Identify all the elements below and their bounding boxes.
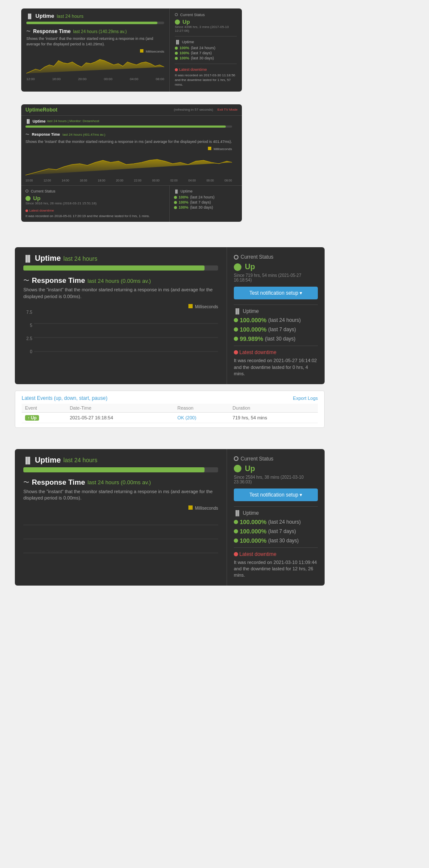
card1-stat-0: 100% (last 24 hours) <box>175 46 237 50</box>
card3-status-text: Up <box>245 262 255 271</box>
card4-chart-svg <box>23 511 218 554</box>
ms-dot-2 <box>208 147 211 150</box>
spacer-1 <box>8 234 421 247</box>
col-reason: Reason <box>174 404 229 413</box>
wave-icon-3: 〜 <box>23 277 29 285</box>
card2-status-panel: Current Status Up Since 3616 hrs, 26 min… <box>21 186 170 222</box>
divider-2 <box>175 64 237 64</box>
events-header-3: Latest Events (up, down, start, pause) E… <box>22 395 318 401</box>
exit-tv-button[interactable]: Exit TV Mode <box>217 108 238 112</box>
card2-uptime-section-label: ▐▌ Uptime <box>174 189 238 193</box>
card3-downtime-desc: It was recorded on 2021-05-27 16:14:02 a… <box>234 357 318 377</box>
card3-events-container: Latest Events (up, down, start, pause) E… <box>15 391 325 428</box>
card4-ms-label: Milliseconds <box>23 505 218 511</box>
card2-chart-labels: 10:00 12:00 14:00 16:00 18:00 20:00 22:0… <box>25 179 232 182</box>
card3-status-row: Up <box>234 262 318 271</box>
ok-link: OK (200) <box>177 415 196 420</box>
card4-response-header: 〜 Response Time last 24 hours (0.00ms av… <box>23 478 218 487</box>
card1-response-desc: Shows the 'instant' that the monitor sta… <box>26 36 164 47</box>
divider-5 <box>234 506 318 507</box>
card4-current-status-label: Current Status <box>234 456 318 462</box>
card1-ms-label: Milliseconds <box>26 49 164 53</box>
card4-uptime-section: ▐▌ Uptime <box>234 510 318 516</box>
card3-group: ▐▌ Uptime last 24 hours 〜 Response Time … <box>8 247 421 427</box>
card1-uptime-section: ▐▌ Uptime <box>175 40 237 44</box>
uptimerobot-logo: UptimeRobot <box>25 107 57 113</box>
card4-uptime-title: Uptime <box>35 456 61 465</box>
ms-dot-1 <box>140 49 143 53</box>
card2-header: UptimeRobot (refreshing in 57 seconds) E… <box>21 104 242 116</box>
card2-since: Since 3616 hrs, 26 mins (2018-03-21 15:5… <box>25 201 165 205</box>
divider-4 <box>234 346 318 346</box>
card1-status-text: Up <box>182 19 190 25</box>
card2-downtime-desc: It was recorded on 2018-05-01 17:20:19 a… <box>25 214 165 218</box>
card4-status-row: Up <box>234 464 318 473</box>
red-dot-2 <box>25 209 28 212</box>
bar-chart-icon-2: ▐▌ <box>25 119 31 123</box>
card3-chart-svg <box>34 310 218 352</box>
duration-cell: 719 hrs, 54 mins <box>229 412 318 423</box>
card4-status-text: Up <box>245 464 255 473</box>
dot-0 <box>175 47 178 50</box>
card1-response-title: Response Time <box>33 28 70 34</box>
divider-3 <box>234 304 318 305</box>
card3-chart-wrapper: 7.5 5 2.5 0 <box>23 310 218 354</box>
card3-current-status-label: Current Status <box>234 254 318 260</box>
card1-uptime-bar <box>26 22 164 24</box>
card3-chart-flex <box>34 310 218 354</box>
bar-icon-4: ▐▌ <box>234 308 241 314</box>
card3-resp-desc: Shows the "instant" that the monitor sta… <box>23 287 218 300</box>
card1-stat-2: 100% (last 30 days) <box>175 56 237 60</box>
dot-2 <box>175 57 178 60</box>
card2-resp-title: Response Time <box>32 132 60 137</box>
card4-resp-subtitle: last 24 hours (0.00ms av.) <box>87 479 151 486</box>
card2-uptime-label: Uptime <box>33 119 46 123</box>
card-1: ▐▌ Uptime last 24 hours 〜 Response Time … <box>21 8 242 92</box>
card1-latest-downtime-label: Latest downtime <box>175 67 237 72</box>
card-2: UptimeRobot (refreshing in 57 seconds) E… <box>21 104 242 222</box>
card2-status-row: Up <box>25 195 165 201</box>
table-row: ↑ Up 2021-05-27 16:18:54 OK (200) 719 hr… <box>22 412 318 423</box>
card4-resp-title: Response Time <box>32 478 85 487</box>
card4-uptime-header: ▐▌ Uptime last 24 hours <box>23 456 218 465</box>
dot-1 <box>175 52 178 55</box>
card1-downtime-desc: It was recorded on 2017-03-30 11:18:56 a… <box>175 73 237 87</box>
up-badge: ↑ Up <box>25 415 39 421</box>
c4-dot-0 <box>234 520 238 524</box>
card3-ms-label: Milliseconds <box>23 304 218 309</box>
circle-icon-2 <box>25 190 28 193</box>
notification-btn-3[interactable]: Test notification setup ▾ <box>234 287 318 299</box>
card3-stat-2: 99.989% (last 30 days) <box>234 335 318 342</box>
event-cell: ↑ Up <box>22 412 66 423</box>
card1-stat-1: 100% (last 7 days) <box>175 51 237 55</box>
card2-monitor-row: ▐▌ Uptime last 24 hours | Monitor: Dream… <box>25 119 232 123</box>
card4-stat-1: 100.000% (last 7 days) <box>234 528 318 535</box>
card3-chart <box>34 310 218 352</box>
card4-chart <box>23 511 218 554</box>
card4-left: ▐▌ Uptime last 24 hours 〜 Response Time … <box>15 449 227 586</box>
card2-chart-svg <box>25 152 232 177</box>
card2-stat-1: 100% (last 7 days) <box>174 200 238 204</box>
spacer-2 <box>8 441 421 449</box>
col-duration: Duration <box>229 404 318 413</box>
card1-chart <box>26 54 164 75</box>
c3-dot-0 <box>234 318 238 322</box>
red-dot-3 <box>234 350 238 354</box>
card3-uptime-header: ▐▌ Uptime last 24 hours <box>23 254 218 263</box>
card1-status-row: Up <box>175 19 237 25</box>
card4-since: Since 2584 hrs, 38 mins (2021-03-10 23:3… <box>234 475 318 484</box>
card4-status-dot <box>234 465 241 472</box>
events-header-row: Event Date-Time Reason Duration <box>22 404 318 413</box>
card2-header-right: (refreshing in 57 seconds) Exit TV Mode <box>174 108 238 112</box>
card4-downtime-desc: It was recorded on 2021-03-10 11:09:44 a… <box>234 559 318 579</box>
card3-uptime-title: Uptime <box>35 254 61 263</box>
wave-icon-2: 〜 <box>25 132 29 137</box>
card3-y-axis: 7.5 5 2.5 0 <box>23 310 34 354</box>
export-logs-link[interactable]: Export Logs <box>293 396 318 401</box>
bar-chart-icon-3: ▐▌ <box>23 255 32 262</box>
card2-left: ▐▌ Uptime last 24 hours | Monitor: Dream… <box>21 116 236 186</box>
notification-btn-4[interactable]: Test notification setup ▾ <box>234 488 318 501</box>
card-4: ▐▌ Uptime last 24 hours 〜 Response Time … <box>15 449 325 586</box>
bar-icon-2: ▐▌ <box>175 40 180 44</box>
card4-right: Current Status Up Since 2584 hrs, 38 min… <box>227 449 325 586</box>
